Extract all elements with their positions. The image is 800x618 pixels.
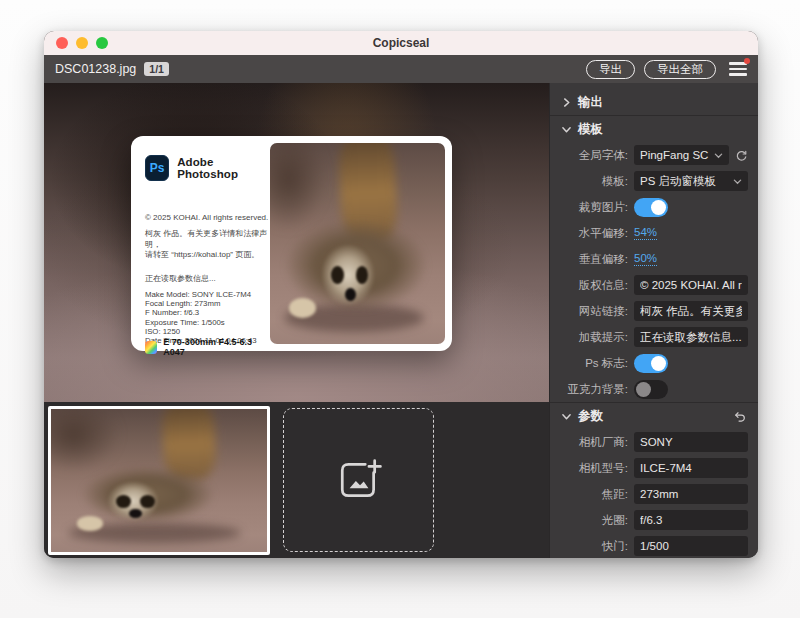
- photo-rock: [51, 409, 122, 473]
- row-camera-make: 相机厂商:: [550, 429, 758, 455]
- menu-bar: [729, 68, 747, 71]
- window-title: Copicseal: [44, 36, 758, 50]
- horizontal-offset-label: 水平偏移:: [560, 226, 628, 241]
- row-ps-logo: Ps 标志:: [550, 350, 758, 376]
- exif-focal-length: Focal Length: 273mm: [145, 299, 257, 308]
- global-font-label: 全局字体:: [560, 148, 628, 163]
- card-about-line2: 请转至 “https://kohai.top” 页面。: [145, 250, 270, 261]
- panel-output-header[interactable]: 输出: [550, 89, 758, 115]
- meerkat-eye: [116, 495, 131, 508]
- photo-rock: [270, 143, 328, 233]
- row-site-link: 网站链接:: [550, 298, 758, 324]
- panel-output-title: 输出: [578, 94, 603, 111]
- ps-logo-label: Ps 标志:: [560, 356, 628, 371]
- settings-sidebar: 输出 模板 全局字体: PingFang SC: [549, 83, 758, 558]
- row-focal-length: 焦距:: [550, 481, 758, 507]
- vertical-offset-label: 垂直偏移:: [560, 252, 628, 267]
- row-global-font: 全局字体: PingFang SC: [550, 142, 758, 168]
- titlebar: Copicseal: [44, 31, 758, 55]
- crop-image-label: 裁剪图片:: [560, 200, 628, 215]
- row-vertical-offset: 垂直偏移: 50%: [550, 246, 758, 272]
- aperture-label: 光圈:: [560, 513, 628, 528]
- camera-model-input[interactable]: [634, 458, 748, 478]
- thumbnail-selected[interactable]: [48, 406, 270, 555]
- exif-iso: ISO: 1250: [145, 327, 257, 336]
- card-loading-text: 正在读取参数信息...: [145, 273, 216, 284]
- horizontal-offset-value[interactable]: 54%: [634, 226, 657, 240]
- panel-params-header[interactable]: 参数: [550, 403, 758, 429]
- row-template: 模板: PS 启动窗模板: [550, 168, 758, 194]
- camera-make-label: 相机厂商:: [560, 435, 628, 450]
- chevron-down-icon: [562, 125, 571, 134]
- copyright-info-input[interactable]: [634, 275, 748, 295]
- template-select[interactable]: PS 启动窗模板: [634, 171, 748, 191]
- image-counter-badge: 1/1: [144, 62, 169, 76]
- toggle-knob: [651, 200, 666, 215]
- template-value: PS 启动窗模板: [640, 174, 729, 189]
- camera-model-label: 相机型号:: [560, 461, 628, 476]
- add-image-dropzone[interactable]: [283, 408, 434, 552]
- site-link-label: 网站链接:: [560, 304, 628, 319]
- preview-canvas: Ps Adobe Photoshop © 2025 KOHAI. All rig…: [44, 83, 549, 402]
- row-horizontal-offset: 水平偏移: 54%: [550, 220, 758, 246]
- lens-brand-icon: [145, 341, 157, 354]
- toolbar: DSC01238.jpg 1/1 导出 导出全部: [44, 55, 758, 83]
- global-font-select[interactable]: PingFang SC: [634, 145, 729, 165]
- loading-hint-input[interactable]: [634, 327, 748, 347]
- row-camera-model: 相机型号:: [550, 455, 758, 481]
- row-shutter: 快门:: [550, 533, 758, 558]
- copyright-info-label: 版权信息:: [560, 278, 628, 293]
- loading-hint-label: 加载提示:: [560, 330, 628, 345]
- meerkat-eye: [140, 495, 155, 508]
- app-window: Copicseal DSC01238.jpg 1/1 导出 导出全部 Ps: [44, 31, 758, 558]
- chevron-down-icon: [562, 412, 571, 421]
- site-link-input[interactable]: [634, 301, 748, 321]
- template-label: 模板:: [560, 174, 628, 189]
- refresh-fonts-icon[interactable]: [735, 149, 748, 162]
- shutter-input[interactable]: [634, 536, 748, 556]
- panel-template-header[interactable]: 模板: [550, 116, 758, 142]
- focal-length-label: 焦距:: [560, 487, 628, 502]
- chevron-right-icon: [562, 98, 571, 107]
- camera-make-input[interactable]: [634, 432, 748, 452]
- acrylic-bg-label: 亚克力背景:: [560, 382, 628, 397]
- row-copyright-info: 版权信息:: [550, 272, 758, 298]
- crop-image-toggle[interactable]: [634, 198, 668, 217]
- chevron-down-icon: [733, 177, 742, 186]
- toggle-knob: [651, 356, 666, 371]
- notification-dot: [744, 58, 750, 64]
- export-all-button[interactable]: 导出全部: [644, 60, 716, 79]
- card-copyright: © 2025 KOHAI. All rights reserved.: [145, 213, 268, 222]
- panel-params-title: 参数: [578, 408, 603, 425]
- meerkat-paw: [77, 516, 103, 530]
- focal-length-input[interactable]: [634, 484, 748, 504]
- chevron-down-icon: [714, 151, 723, 160]
- ps-logo-toggle[interactable]: [634, 354, 668, 373]
- panel-template-title: 模板: [578, 121, 603, 138]
- row-aperture: 光圈:: [550, 507, 758, 533]
- card-about-text: 柯灰 作品。有关更多详情和法律声明， 请转至 “https://kohai.to…: [145, 229, 270, 261]
- photoshop-logo-icon: Ps: [145, 155, 169, 181]
- meerkat-photo: [270, 143, 445, 344]
- exif-exposure-time: Exposure Time: 1/500s: [145, 318, 257, 327]
- add-image-icon: [336, 457, 382, 503]
- meerkat-nose: [345, 288, 356, 301]
- shutter-label: 快门:: [560, 539, 628, 554]
- meerkat-thumbnail: [51, 409, 267, 552]
- vertical-offset-value[interactable]: 50%: [634, 252, 657, 266]
- acrylic-bg-toggle[interactable]: [634, 380, 668, 399]
- row-loading-hint: 加载提示:: [550, 324, 758, 350]
- export-button[interactable]: 导出: [586, 60, 635, 79]
- reset-params-icon[interactable]: [733, 410, 746, 423]
- exif-make-model: Make Model: SONY ILCE-7M4: [145, 290, 257, 299]
- menu-icon[interactable]: [729, 62, 747, 76]
- watermark-card-preview: Ps Adobe Photoshop © 2025 KOHAI. All rig…: [131, 136, 452, 351]
- menu-bar: [729, 73, 747, 76]
- aperture-input[interactable]: [634, 510, 748, 530]
- card-about-line1: 柯灰 作品。有关更多详情和法律声明，: [145, 229, 270, 250]
- current-filename: DSC01238.jpg: [55, 62, 136, 76]
- meerkat-paw: [289, 298, 315, 318]
- toggle-knob: [636, 382, 651, 397]
- card-lens-name: E 70-300mm F4.5-6.3 A047: [163, 337, 270, 357]
- meerkat-eye: [356, 266, 368, 284]
